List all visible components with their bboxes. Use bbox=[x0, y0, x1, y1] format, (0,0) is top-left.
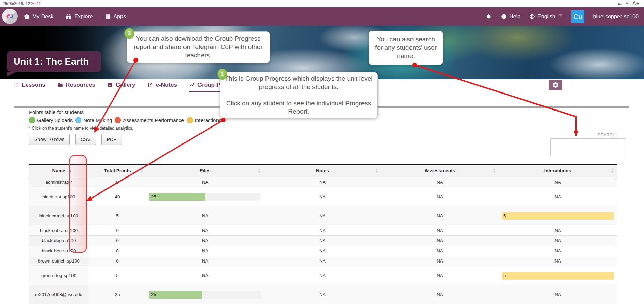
points-table-heading: Points table for students bbox=[29, 109, 223, 115]
assessments-cell: NA bbox=[381, 206, 499, 225]
legend: Gallery uploads Note Making Assessments … bbox=[29, 117, 223, 123]
search-input[interactable] bbox=[550, 138, 626, 156]
legend-item-assessments-performance: Assessments Performance bbox=[115, 117, 184, 123]
assessments-cell: NA bbox=[381, 256, 499, 266]
tab-e-notes[interactable]: e-Notes bbox=[148, 79, 177, 92]
pdf-button[interactable]: PDF bbox=[101, 134, 122, 145]
interactions-cell: NA bbox=[499, 246, 617, 256]
student-name-cell[interactable]: green-dog-sp100 bbox=[29, 266, 88, 285]
total-cell: 0 bbox=[88, 177, 146, 187]
export-buttons: Show 10 rows CSV PDF bbox=[29, 134, 223, 145]
column-header-notes[interactable]: Notes bbox=[264, 165, 381, 177]
language-selector[interactable]: English bbox=[529, 14, 562, 20]
sort-icons bbox=[258, 168, 261, 173]
progress-track: 5 bbox=[502, 272, 614, 280]
logo-knot-icon bbox=[4, 11, 16, 22]
green-dot-icon bbox=[29, 117, 35, 123]
user-avatar[interactable]: Cu bbox=[571, 10, 584, 23]
progress-bar: 25 bbox=[149, 291, 202, 299]
column-header-interactions[interactable]: Interactions bbox=[499, 165, 617, 177]
username-label: blue-copper-sp100 bbox=[593, 14, 639, 20]
main-navbar: My Desk Explore Apps Help English Cu bbox=[0, 7, 644, 26]
briefcase-icon bbox=[24, 14, 30, 19]
nav-item-explore[interactable]: Explore bbox=[66, 14, 93, 20]
list-icon bbox=[14, 82, 19, 88]
points-table: Name Total Points Files Notes Assessment… bbox=[29, 164, 617, 304]
show-rows-button[interactable]: Show 10 rows bbox=[29, 134, 70, 145]
tab-lessons[interactable]: Lessons bbox=[14, 79, 45, 92]
table-row: brown-ostrich-sp1000NANANANA bbox=[29, 256, 617, 266]
table-row: black-ant-sp1004025NANANA bbox=[29, 187, 617, 206]
nav-item-apps[interactable]: Apps bbox=[105, 14, 126, 20]
font-normal-button[interactable]: A bbox=[625, 1, 628, 6]
table-row: green-dog-sp1005NANANA5 bbox=[29, 266, 617, 285]
callout-text: This is Group Progress which displays th… bbox=[225, 74, 373, 116]
files-cell: NA bbox=[146, 236, 264, 246]
total-cell: 0 bbox=[88, 225, 146, 236]
nav-item-my-desk[interactable]: My Desk bbox=[24, 14, 53, 20]
folder-icon bbox=[58, 82, 63, 88]
assessments-cell: NA bbox=[381, 177, 499, 187]
unit-title: Unit 1: The Earth bbox=[7, 51, 101, 72]
callout-download-report: You can also download the Group Progress… bbox=[127, 31, 270, 63]
progress-bar: 5 bbox=[502, 212, 614, 220]
interactions-cell: NA bbox=[499, 225, 617, 236]
chart-line-icon bbox=[189, 82, 195, 88]
student-name-cell[interactable]: black-camel-sp100 bbox=[29, 206, 88, 225]
total-cell: 40 bbox=[88, 187, 146, 206]
settings-button[interactable] bbox=[549, 80, 562, 90]
table-row: black-dog-sp1000NANANANA bbox=[29, 236, 617, 246]
column-header-name[interactable]: Name bbox=[29, 165, 88, 177]
total-cell: 0 bbox=[88, 256, 146, 266]
student-name-cell[interactable]: black-cobra-sp100 bbox=[29, 225, 88, 236]
total-cell: 25 bbox=[88, 285, 146, 304]
apps-grid-icon bbox=[105, 14, 111, 19]
notifications-bell-icon[interactable] bbox=[486, 13, 492, 20]
files-cell: NA bbox=[146, 206, 264, 225]
notes-cell: NA bbox=[264, 256, 381, 266]
sort-icons bbox=[141, 168, 143, 173]
column-header-total-points[interactable]: Total Points bbox=[88, 165, 146, 177]
csv-button[interactable]: CSV bbox=[75, 134, 96, 145]
legend-item-gallery-uploads: Gallery uploads bbox=[29, 117, 73, 123]
notes-cell: NA bbox=[264, 266, 381, 285]
red-dot-icon bbox=[115, 117, 121, 123]
total-cell: 5 bbox=[88, 266, 146, 285]
student-name-cell[interactable]: m2017ee008@tiss.edu bbox=[29, 285, 88, 304]
callout-text: You can also search for any students' us… bbox=[374, 35, 438, 60]
progress-bar: 5 bbox=[502, 272, 614, 280]
student-name-cell[interactable]: black-hen-sp100 bbox=[29, 246, 88, 256]
chevron-down-icon bbox=[559, 14, 563, 17]
browser-top-strip: 28/05/2018, 12:20:11 A- A A+ bbox=[0, 0, 644, 7]
tab-gallery[interactable]: Gallery bbox=[108, 79, 135, 92]
app-logo[interactable] bbox=[2, 9, 18, 24]
help-link[interactable]: Help bbox=[501, 14, 520, 20]
table-toolbar: Points table for students Gallery upload… bbox=[29, 109, 223, 145]
binoculars-icon bbox=[66, 14, 71, 19]
column-header-assessments[interactable]: Assessments bbox=[381, 165, 499, 177]
files-cell: NA bbox=[146, 266, 264, 285]
student-name-cell[interactable]: black-ant-sp100 bbox=[29, 187, 88, 206]
table-header-row: Name Total Points Files Notes Assessment… bbox=[29, 165, 617, 177]
font-larger-button[interactable]: A+ bbox=[632, 1, 639, 7]
student-name-cell[interactable]: brown-ostrich-sp100 bbox=[29, 256, 88, 266]
tab-label: Resources bbox=[66, 82, 95, 88]
interactions-cell: 5 bbox=[499, 206, 617, 225]
analytics-note: * Click on the student's name to view de… bbox=[29, 126, 223, 131]
table-row: black-hen-sp1000NANANANA bbox=[29, 246, 617, 256]
nav-item-label: My Desk bbox=[32, 14, 53, 20]
files-cell: NA bbox=[146, 256, 264, 266]
column-header-files[interactable]: Files bbox=[146, 165, 264, 177]
tab-label: Lessons bbox=[22, 82, 45, 88]
student-name-cell[interactable]: black-dog-sp100 bbox=[29, 236, 88, 246]
progress-bar: 25 bbox=[149, 193, 205, 201]
callout-badge-1: 1 bbox=[217, 69, 227, 80]
font-smaller-button[interactable]: A- bbox=[618, 2, 621, 6]
yellow-dot-icon bbox=[187, 117, 193, 123]
assessments-cell: NA bbox=[381, 246, 499, 256]
student-name-cell[interactable]: administrator bbox=[29, 177, 88, 187]
sort-icons bbox=[493, 168, 496, 173]
gear-icon bbox=[552, 82, 559, 88]
tab-resources[interactable]: Resources bbox=[58, 79, 95, 92]
files-cell: NA bbox=[146, 177, 264, 187]
